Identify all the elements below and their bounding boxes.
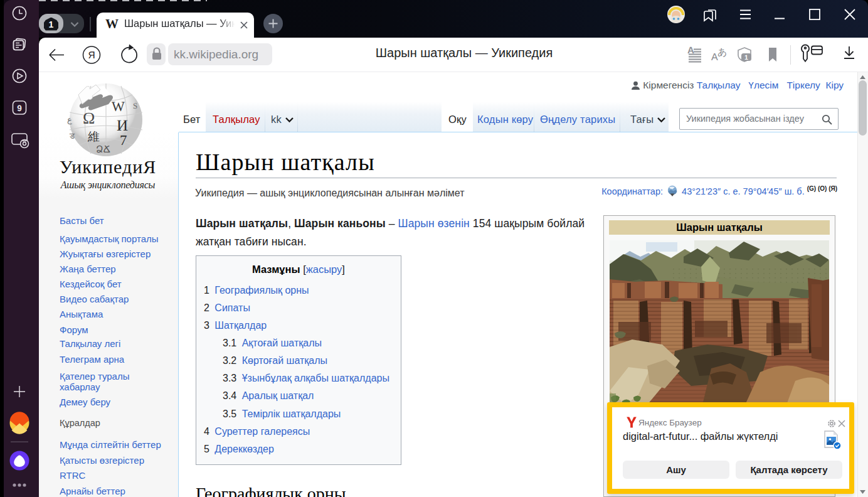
svg-text:A: A	[687, 45, 694, 56]
svg-text:Ѕ: Ѕ	[133, 101, 137, 110]
svg-text:1: 1	[744, 54, 748, 61]
svg-text:9: 9	[17, 104, 22, 113]
svg-text:ع: ع	[67, 115, 72, 125]
svg-text:W: W	[112, 99, 125, 114]
svg-text:7: 7	[120, 132, 127, 148]
svg-text:Ω: Ω	[83, 109, 95, 127]
svg-text:ՁՃ: ՁՃ	[96, 145, 110, 155]
svg-text:ड: ड	[69, 131, 75, 141]
svg-text:維: 維	[87, 131, 100, 144]
svg-text:Я: Я	[88, 50, 95, 61]
svg-text:あ: あ	[717, 47, 727, 58]
svg-text:И: И	[117, 117, 128, 134]
